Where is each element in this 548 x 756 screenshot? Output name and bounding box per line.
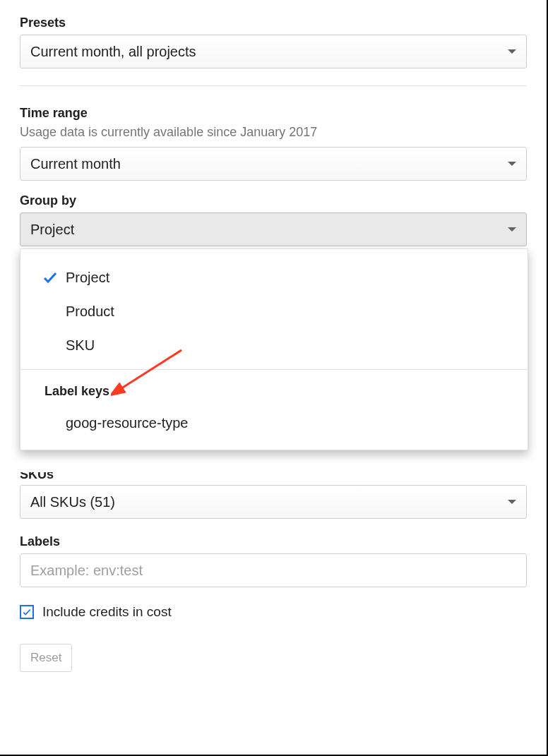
skus-field: SKUs All SKUs (51) — [20, 472, 527, 519]
labels-label: Labels — [20, 534, 527, 549]
option-label: SKU — [66, 337, 95, 354]
group-by-option-project[interactable]: Project — [20, 260, 528, 294]
group-by-option-product[interactable]: Product — [20, 294, 528, 328]
check-icon — [22, 607, 32, 617]
reset-button[interactable]: Reset — [20, 644, 72, 672]
group-by-label: Group by — [20, 193, 527, 208]
time-range-label: Time range — [20, 106, 527, 121]
group-by-select[interactable]: Project — [20, 212, 527, 246]
chevron-down-icon — [508, 227, 516, 232]
group-by-label-key-option[interactable]: goog-resource-type — [20, 406, 528, 440]
presets-select[interactable]: Current month, all projects — [20, 35, 527, 68]
labels-input[interactable] — [20, 553, 527, 587]
presets-label: Presets — [20, 16, 527, 30]
label-keys-section: Label keys goog-resource-type — [20, 369, 528, 440]
include-credits-label: Include credits in cost — [42, 604, 172, 620]
presets-value: Current month, all projects — [30, 44, 196, 60]
reset-label: Reset — [30, 651, 61, 665]
skus-label: SKUs — [20, 472, 527, 481]
time-range-subtext: Usage data is currently available since … — [20, 125, 527, 140]
group-by-value: Project — [30, 222, 74, 238]
option-label: Product — [66, 304, 114, 320]
labels-field: Labels — [20, 534, 527, 587]
option-label: goog-resource-type — [66, 415, 188, 431]
include-credits-row: Include credits in cost — [20, 604, 527, 620]
group-by-field: Group by Project Project Product SKU Lab… — [20, 193, 527, 246]
option-label: Project — [66, 270, 109, 286]
presets-field: Presets Current month, all projects — [20, 16, 527, 68]
skus-value: All SKUs (51) — [30, 494, 115, 510]
divider — [20, 85, 527, 86]
chevron-down-icon — [508, 500, 516, 504]
label-keys-header: Label keys — [20, 377, 528, 406]
chevron-down-icon — [508, 162, 516, 166]
skus-select[interactable]: All SKUs (51) — [20, 485, 527, 519]
time-range-select[interactable]: Current month — [20, 147, 527, 181]
time-range-value: Current month — [30, 156, 121, 172]
group-by-dropdown: Project Product SKU Label keys goog-reso… — [20, 248, 528, 450]
time-range-field: Time range Usage data is currently avail… — [20, 106, 527, 181]
group-by-option-sku[interactable]: SKU — [20, 328, 528, 362]
check-icon — [42, 269, 59, 286]
chevron-down-icon — [508, 49, 516, 54]
include-credits-checkbox[interactable] — [20, 605, 34, 619]
